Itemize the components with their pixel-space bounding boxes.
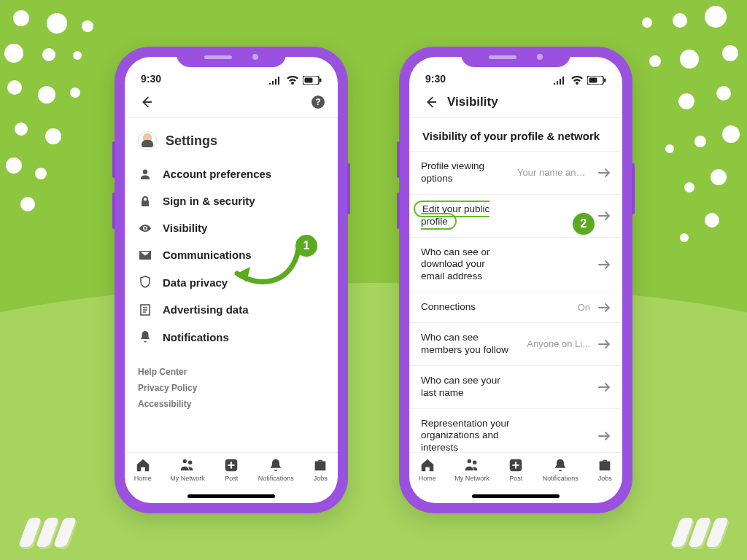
home-indicator bbox=[472, 494, 560, 498]
app-header: Visibility bbox=[409, 86, 622, 118]
footer-links: Help Center Privacy Policy Accessibility bbox=[125, 359, 338, 412]
back-button[interactable] bbox=[422, 94, 438, 110]
svg-rect-2 bbox=[320, 79, 322, 82]
user-icon bbox=[138, 168, 152, 180]
home-indicator bbox=[187, 494, 275, 498]
post-icon bbox=[508, 457, 524, 473]
visibility-item-organizations-interests[interactable]: Representation your organizations and in… bbox=[409, 408, 622, 453]
signal-icon bbox=[554, 76, 567, 85]
jobs-icon bbox=[312, 457, 328, 473]
back-button[interactable] bbox=[138, 94, 154, 110]
tab-label: Home bbox=[134, 475, 152, 482]
post-icon bbox=[223, 457, 239, 473]
network-icon bbox=[464, 457, 480, 473]
visibility-item-profile-viewing-options[interactable]: Profile viewing options Your name and he… bbox=[409, 151, 622, 194]
svg-rect-1 bbox=[305, 78, 313, 83]
battery-icon bbox=[587, 76, 606, 85]
menu-label: Visibility bbox=[163, 222, 207, 234]
status-time: 9:30 bbox=[425, 73, 446, 85]
footer-link-help-center[interactable]: Help Center bbox=[138, 364, 325, 380]
visibility-list: Profile viewing options Your name and he… bbox=[409, 151, 622, 452]
menu-item-account-preferences[interactable]: Account preferences bbox=[125, 160, 338, 187]
annotation-step-2: 2 bbox=[573, 213, 595, 235]
tab-label: Post bbox=[509, 475, 522, 482]
phone-notch bbox=[177, 47, 286, 67]
tab-jobs[interactable]: Jobs bbox=[597, 457, 613, 482]
tab-home[interactable]: Home bbox=[134, 457, 152, 482]
menu-label: Advertising data bbox=[163, 303, 249, 316]
item-value: Anyone on Li... bbox=[517, 338, 590, 349]
network-icon bbox=[179, 457, 196, 473]
footer-link-accessibility[interactable]: Accessibility bbox=[138, 396, 325, 412]
highlight-ring: Edit your public profile bbox=[414, 201, 489, 230]
tab-notifications[interactable]: Notifications bbox=[258, 457, 294, 482]
bell-icon bbox=[138, 330, 152, 343]
battery-icon bbox=[303, 76, 322, 85]
signal-icon bbox=[269, 76, 282, 85]
help-button[interactable]: ? bbox=[311, 96, 325, 109]
chevron-right-icon bbox=[597, 382, 611, 392]
wifi-icon bbox=[287, 76, 298, 85]
item-value: On bbox=[517, 302, 590, 313]
item-label: Who can see or download your email addre… bbox=[421, 246, 510, 284]
item-label: Representation your organizations and in… bbox=[421, 418, 510, 453]
annotation-step-1: 1 bbox=[295, 235, 317, 257]
avatar[interactable] bbox=[138, 131, 157, 150]
visibility-item-last-name[interactable]: Who can see your last name bbox=[409, 365, 622, 408]
chevron-right-icon bbox=[597, 431, 611, 441]
chevron-right-icon bbox=[597, 303, 611, 313]
phone-settings: 9:30 ? Settings bbox=[115, 47, 348, 513]
tab-notifications[interactable]: Notifications bbox=[543, 457, 578, 482]
page-title-row: Settings bbox=[125, 128, 338, 160]
document-icon bbox=[138, 304, 152, 316]
chevron-right-icon bbox=[597, 211, 611, 221]
footer-link-privacy-policy[interactable]: Privacy Policy bbox=[138, 380, 325, 396]
visibility-item-email-address[interactable]: Who can see or download your email addre… bbox=[409, 237, 622, 292]
chevron-right-icon bbox=[597, 260, 611, 270]
tab-home[interactable]: Home bbox=[419, 457, 436, 482]
tab-label: My Network bbox=[170, 475, 205, 482]
jobs-icon bbox=[597, 457, 613, 473]
tab-label: Jobs bbox=[314, 475, 328, 482]
visibility-item-members-you-follow[interactable]: Who can see members you follow Anyone on… bbox=[409, 322, 622, 365]
tab-label: Post bbox=[225, 475, 238, 482]
wifi-icon bbox=[571, 76, 583, 85]
phone-notch bbox=[461, 47, 570, 67]
item-label: Connections bbox=[421, 301, 510, 314]
menu-item-sign-in-security[interactable]: Sign in & security bbox=[125, 187, 338, 214]
visibility-item-connections[interactable]: Connections On bbox=[409, 292, 622, 322]
chevron-right-icon bbox=[597, 168, 611, 178]
tab-my-network[interactable]: My Network bbox=[170, 457, 205, 482]
tab-label: Notifications bbox=[543, 475, 578, 482]
menu-label: Data privacy bbox=[163, 276, 228, 289]
lock-icon bbox=[138, 195, 152, 207]
svg-rect-6 bbox=[589, 78, 597, 83]
tab-jobs[interactable]: Jobs bbox=[312, 457, 328, 482]
bell-icon bbox=[268, 457, 284, 473]
section-title: Visibility of your profile & network bbox=[409, 122, 622, 151]
tab-label: Jobs bbox=[598, 475, 612, 482]
item-label: Profile viewing options bbox=[421, 160, 510, 185]
home-icon bbox=[135, 457, 151, 473]
item-value: Your name and he... bbox=[517, 167, 590, 178]
page-title: Visibility bbox=[447, 95, 609, 109]
page-title: Settings bbox=[166, 133, 217, 149]
shield-icon bbox=[138, 276, 152, 289]
tab-post[interactable]: Post bbox=[223, 457, 239, 482]
bell-icon bbox=[552, 457, 568, 473]
item-label: Who can see your last name bbox=[421, 375, 510, 400]
chevron-right-icon bbox=[597, 339, 611, 349]
tab-my-network[interactable]: My Network bbox=[454, 457, 489, 482]
envelope-icon bbox=[138, 250, 152, 260]
item-label: Edit your public profile bbox=[421, 203, 510, 228]
menu-item-notifications[interactable]: Notifications bbox=[125, 323, 338, 351]
tab-label: My Network bbox=[454, 475, 489, 482]
menu-label: Sign in & security bbox=[163, 195, 255, 207]
svg-rect-7 bbox=[604, 79, 606, 82]
tab-label: Home bbox=[419, 475, 436, 482]
phone-visibility: 9:30 Visibility Visibility of your profi… bbox=[399, 47, 632, 513]
menu-label: Notifications bbox=[163, 331, 229, 343]
home-icon bbox=[419, 457, 436, 473]
tab-post[interactable]: Post bbox=[508, 457, 524, 482]
item-label: Who can see members you follow bbox=[421, 332, 510, 357]
